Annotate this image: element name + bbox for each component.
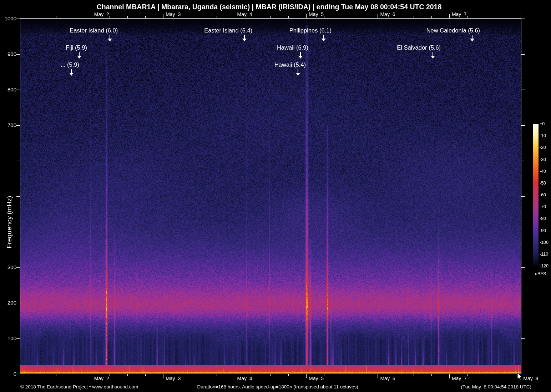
earthquake-annotation-label: El Salvador (5.6) <box>397 44 441 51</box>
colorbar-tick-label: -20 <box>540 145 546 150</box>
spectrogram-heatmap-canvas <box>0 0 551 392</box>
earthquake-annotation-label: Hawaii (5.4) <box>274 61 306 68</box>
earthquake-annotation-label: Hawaii (6.9) <box>277 44 308 51</box>
down-arrow-icon <box>296 69 300 76</box>
y-tick-label: 800 <box>0 86 16 92</box>
y-axis-title: Frequency (mHz) <box>5 196 13 248</box>
top-axis-label: May 7 <box>452 11 467 17</box>
earthquake-annotation-label: ... (5.9) <box>61 61 79 68</box>
down-arrow-icon <box>108 35 112 41</box>
bottom-axis-label: May 7 <box>452 376 467 381</box>
y-tick-label: 900 <box>0 51 16 57</box>
y-tick-label: 200 <box>0 300 16 306</box>
earthquake-annotation-label: Easter Island (6.0) <box>70 27 118 34</box>
down-arrow-icon <box>431 52 435 59</box>
mouse-cursor-icon <box>517 373 522 381</box>
bottom-axis-label: May 4 <box>237 376 252 381</box>
earthquake-annotation-label: Easter Island (5.4) <box>204 27 252 34</box>
y-tick-label: 300 <box>0 264 16 270</box>
top-axis-label: May 3 <box>166 11 181 17</box>
bottom-axis-label: May 8 <box>523 376 538 381</box>
colorbar-tick-label: -60 <box>540 192 546 197</box>
bottom-axis-label: May 3 <box>166 376 181 381</box>
colorbar-tick-label: +0 <box>540 121 545 126</box>
down-arrow-icon <box>298 52 303 59</box>
earthquake-annotation-label: Philippines (6.1) <box>289 27 332 34</box>
colorbar-tick-label: -120 <box>540 263 549 268</box>
down-arrow-icon <box>242 35 247 41</box>
earthquake-annotation-label: Fiji (5.9) <box>66 44 87 51</box>
colorbar-tick-label: -50 <box>540 181 546 186</box>
footer-timestamp: (Tue May 8 00:04:54 2018 UTC) <box>461 384 531 390</box>
y-tick-label: 700 <box>0 122 16 128</box>
bottom-axis-label: May 6 <box>380 376 395 381</box>
colorbar-tick-label: -80 <box>540 216 546 221</box>
colorbar-tick-label: -100 <box>540 240 549 245</box>
chart-title: Channel MBAR1A | Mbarara, Uganda (seismi… <box>97 3 442 11</box>
top-axis-label: May 4 <box>237 11 252 17</box>
bottom-axis-label: May 5 <box>309 376 324 381</box>
down-arrow-icon <box>322 35 326 41</box>
down-arrow-icon <box>470 35 474 41</box>
down-arrow-icon <box>69 69 74 76</box>
footer-copyright: © 2018 The Earthsound Project • www.eart… <box>20 384 138 390</box>
colorbar-unit-label: dBFS <box>535 271 546 276</box>
y-tick-label: 0 <box>0 371 16 377</box>
top-axis-label: May 2 <box>94 11 109 17</box>
colorbar-tick-label: -10 <box>540 133 546 138</box>
footer-duration: Duration=168 hours. Audio speed-up=1800×… <box>197 384 360 390</box>
top-axis-label: May 6 <box>380 11 395 17</box>
colorbar-tick-label: -30 <box>540 157 546 162</box>
bottom-axis-label: May 2 <box>94 376 109 381</box>
colorbar-tick-label: -70 <box>540 204 546 209</box>
y-tick-label: 1000 <box>0 15 16 21</box>
top-axis-label: May 5 <box>309 11 324 17</box>
y-tick-label: 100 <box>0 335 16 341</box>
spectrogram-page: { "title": "Channel MBAR1A | Mbarara, Ug… <box>0 0 551 392</box>
down-arrow-icon <box>77 52 81 59</box>
colorbar-tick-label: -110 <box>540 252 548 257</box>
earthquake-annotation-label: New Caledonia (5.6) <box>426 27 480 34</box>
colorbar-tick-label: -90 <box>540 228 546 233</box>
colorbar-tick-label: -40 <box>540 169 546 174</box>
